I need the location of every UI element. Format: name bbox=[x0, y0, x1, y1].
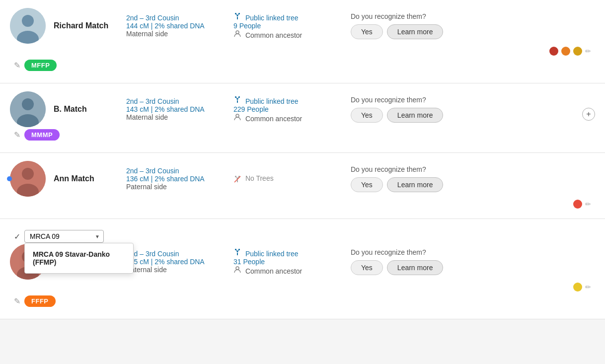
svg-point-21 bbox=[22, 168, 34, 180]
side-fourth: Paternal side bbox=[126, 266, 226, 274]
tag-row-b: ✎ MMMP bbox=[10, 127, 595, 145]
tree-people-richard: 9 People bbox=[233, 22, 343, 30]
svg-point-9 bbox=[236, 31, 239, 34]
tag-badge-fourth[interactable]: FFFP bbox=[24, 295, 56, 307]
side-richard: Maternal side bbox=[126, 30, 226, 38]
tree-people-fourth: 31 People bbox=[233, 258, 343, 266]
match-row-ann: Ann Match 2nd – 3rd Cousin 136 cM | 2% s… bbox=[0, 153, 605, 219]
svg-line-38 bbox=[237, 250, 239, 252]
svg-point-11 bbox=[22, 98, 34, 110]
dot-gold-richard bbox=[573, 47, 582, 56]
svg-line-27 bbox=[236, 176, 238, 178]
name-col-b: B. Match bbox=[54, 105, 118, 114]
recognize-label-richard: Do you recognize them? bbox=[351, 12, 595, 20]
svg-line-7 bbox=[236, 14, 238, 16]
avatar-b bbox=[10, 91, 46, 127]
recognize-col-ann: Do you recognize them? Yes Learn more bbox=[351, 165, 595, 192]
learn-more-button-ann[interactable]: Learn more bbox=[387, 177, 444, 192]
yes-button-ann[interactable]: Yes bbox=[351, 177, 383, 192]
tree-ancestor-row-b: Common ancestor bbox=[233, 113, 343, 123]
dna-b: 143 cM | 2% shared DNA bbox=[126, 105, 226, 113]
svg-point-39 bbox=[236, 267, 239, 270]
match-row-fourth: ✓ MRCA 09 MRCA 09 Stavar-Danko (FFMP) bbox=[0, 219, 605, 319]
avatar-ann bbox=[10, 161, 46, 197]
recognize-col-b: Do you recognize them? Yes Learn more + bbox=[351, 96, 595, 123]
no-trees-label-ann: No Trees bbox=[245, 174, 274, 182]
ancestor-icon-b bbox=[233, 113, 241, 123]
tree-people-b: 229 People bbox=[233, 105, 343, 113]
row-footer-richard: ✏ bbox=[10, 44, 595, 58]
learn-more-button-richard[interactable]: Learn more bbox=[387, 24, 444, 39]
avatar-wrapper-ann bbox=[10, 161, 46, 197]
tree-type-fourth: Public linked tree bbox=[233, 248, 343, 258]
yes-button-richard[interactable]: Yes bbox=[351, 24, 383, 39]
svg-line-8 bbox=[237, 14, 239, 16]
ancestor-label-b: Common ancestor bbox=[245, 115, 302, 123]
relation-b: 2nd – 3rd Cousin bbox=[126, 97, 226, 105]
relation-col-richard: 2nd – 3rd Cousin 144 cM | 2% shared DNA … bbox=[126, 14, 226, 38]
tree-col-ann: No Trees bbox=[233, 174, 343, 183]
edit-icon-richard[interactable]: ✏ bbox=[585, 47, 591, 55]
svg-line-17 bbox=[236, 97, 238, 99]
mrca-option-1[interactable]: MRCA 09 Stavar-Danko (FFMP) bbox=[25, 245, 133, 271]
learn-more-button-fourth[interactable]: Learn more bbox=[387, 260, 444, 275]
svg-rect-33 bbox=[237, 253, 238, 255]
mrca-wrapper: MRCA 09 MRCA 09 Stavar-Danko (FFMP) bbox=[24, 230, 104, 243]
dot-yellow-fourth bbox=[573, 283, 582, 291]
btn-group-b: Yes Learn more + bbox=[351, 108, 595, 123]
tree-ancestor-row-richard: Common ancestor bbox=[233, 30, 343, 39]
relation-col-fourth: 2nd – 3rd Cousin 135 cM | 2% shared DNA … bbox=[126, 250, 226, 274]
tree-linked-richard: Public linked tree bbox=[245, 14, 299, 22]
yes-button-fourth[interactable]: Yes bbox=[351, 260, 383, 275]
dna-fourth: 135 cM | 2% shared DNA bbox=[126, 258, 226, 266]
relation-fourth: 2nd – 3rd Cousin bbox=[126, 250, 226, 258]
recognize-label-ann: Do you recognize them? bbox=[351, 165, 595, 173]
svg-point-1 bbox=[22, 15, 34, 27]
tree-icon-richard bbox=[233, 12, 241, 22]
feather-icon-richard: ✎ bbox=[14, 61, 20, 70]
tree-type-b: Public linked tree bbox=[233, 96, 343, 105]
btn-group-richard: Yes Learn more bbox=[351, 24, 595, 39]
tag-badge-richard[interactable]: MFFP bbox=[24, 60, 57, 71]
dot-red-ann bbox=[573, 200, 582, 209]
blue-dot-ann bbox=[7, 176, 12, 181]
tree-col-richard: Public linked tree 9 People Common ances… bbox=[233, 12, 343, 39]
matches-container: Richard Match 2nd – 3rd Cousin 144 cM | … bbox=[0, 0, 605, 319]
edit-icon-ann[interactable]: ✏ bbox=[585, 200, 591, 208]
tag-row-richard: ✎ MFFP bbox=[10, 58, 595, 75]
match-row-b: B. Match 2nd – 3rd Cousin 143 cM | 2% sh… bbox=[0, 83, 605, 153]
tree-col-fourth: Public linked tree 31 People Common ance… bbox=[233, 248, 343, 275]
tree-type-richard: Public linked tree bbox=[233, 12, 343, 22]
yes-button-b[interactable]: Yes bbox=[351, 108, 383, 123]
relation-col-b: 2nd – 3rd Cousin 143 cM | 2% shared DNA … bbox=[126, 97, 226, 121]
tree-icon-fourth bbox=[233, 248, 241, 258]
match-name-b: B. Match bbox=[54, 105, 118, 114]
tree-icon-b bbox=[233, 96, 241, 105]
tree-type-ann: No Trees bbox=[233, 174, 343, 183]
svg-line-37 bbox=[236, 250, 238, 252]
recognize-col-richard: Do you recognize them? Yes Learn more bbox=[351, 12, 595, 39]
name-col-richard: Richard Match bbox=[54, 21, 118, 30]
tree-linked-b: Public linked tree bbox=[245, 97, 299, 105]
recognize-col-fourth: Do you recognize them? Yes Learn more bbox=[351, 248, 595, 275]
dna-ann: 136 cM | 2% shared DNA bbox=[126, 175, 226, 183]
dot-red-richard bbox=[549, 47, 558, 56]
relation-col-ann: 2nd – 3rd Cousin 136 cM | 2% shared DNA … bbox=[126, 167, 226, 191]
tag-badge-b[interactable]: MMMP bbox=[24, 129, 60, 141]
row-footer-ann: ✏ bbox=[10, 197, 595, 211]
svg-rect-13 bbox=[237, 100, 238, 103]
learn-more-button-b[interactable]: Learn more bbox=[387, 108, 444, 123]
row-footer-fourth: ✏ bbox=[10, 280, 595, 293]
mrca-select[interactable]: MRCA 09 bbox=[24, 230, 104, 243]
svg-point-19 bbox=[236, 114, 239, 117]
match-name-ann: Ann Match bbox=[54, 174, 118, 183]
check-icon: ✓ bbox=[14, 232, 20, 241]
ancestor-icon-fourth bbox=[233, 266, 241, 275]
svg-line-18 bbox=[237, 97, 239, 99]
plus-button-b[interactable]: + bbox=[582, 108, 595, 121]
name-col-ann: Ann Match bbox=[54, 174, 118, 183]
tree-col-b: Public linked tree 229 People Common anc… bbox=[233, 96, 343, 123]
edit-icon-fourth[interactable]: ✏ bbox=[585, 283, 591, 291]
relation-ann: 2nd – 3rd Cousin bbox=[126, 167, 226, 175]
recognize-label-fourth: Do you recognize them? bbox=[351, 248, 595, 256]
